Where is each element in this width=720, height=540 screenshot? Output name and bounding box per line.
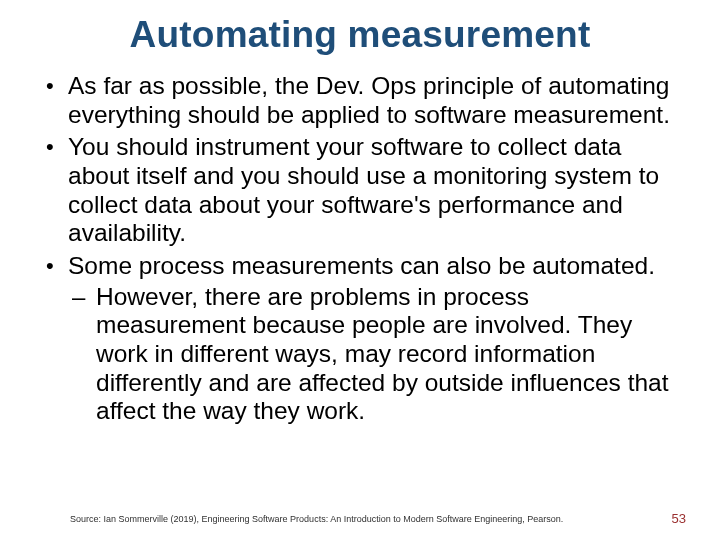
page-number: 53 <box>672 511 686 526</box>
sub-bullet-item: However, there are problems in process m… <box>68 283 680 426</box>
slide-title: Automating measurement <box>40 14 680 56</box>
sub-bullet-list: However, there are problems in process m… <box>68 283 680 426</box>
bullet-list: As far as possible, the Dev. Ops princip… <box>40 72 680 426</box>
footer: Source: Ian Sommerville (2019), Engineer… <box>0 508 720 526</box>
bullet-text: You should instrument your software to c… <box>68 133 659 246</box>
bullet-item: Some process measurements can also be au… <box>40 252 680 426</box>
sub-bullet-text: However, there are problems in process m… <box>96 283 669 425</box>
bullet-item: You should instrument your software to c… <box>40 133 680 248</box>
bullet-item: As far as possible, the Dev. Ops princip… <box>40 72 680 129</box>
slide: Automating measurement As far as possibl… <box>0 0 720 540</box>
bullet-text: Some process measurements can also be au… <box>68 252 655 279</box>
source-text: Source: Ian Sommerville (2019), Engineer… <box>70 514 563 524</box>
bullet-text: As far as possible, the Dev. Ops princip… <box>68 72 670 128</box>
